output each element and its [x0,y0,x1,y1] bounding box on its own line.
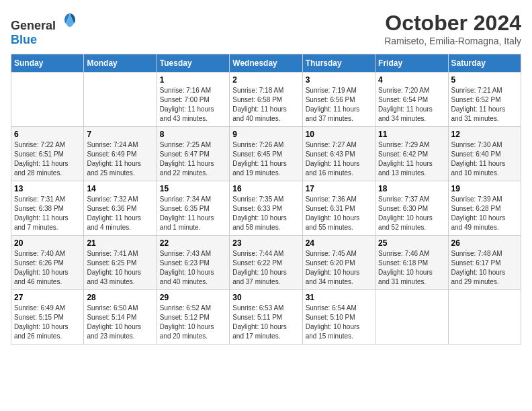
sunset-text: Sunset: 6:26 PM [14,259,64,267]
calendar-cell: 7 Sunrise: 7:24 AM Sunset: 6:49 PM Dayli… [84,127,157,181]
sunrise-text: Sunrise: 7:21 AM [451,87,502,94]
daylight-text: Daylight: 10 hours and 34 minutes. [306,269,360,285]
sunset-text: Sunset: 6:42 PM [378,150,428,158]
weekday-header: Saturday [448,54,521,73]
calendar-cell: 23 Sunrise: 7:44 AM Sunset: 6:22 PM Dayl… [230,236,302,290]
day-number: 28 [87,293,153,302]
calendar-cell: 19 Sunrise: 7:39 AM Sunset: 6:28 PM Dayl… [448,181,521,236]
day-number: 2 [232,75,299,85]
location-title: Ramiseto, Emilia-Romagna, Italy [384,36,521,46]
sunrise-text: Sunrise: 7:25 AM [160,141,211,148]
daylight-text: Daylight: 10 hours and 23 minutes. [87,323,141,340]
daylight-text: Daylight: 10 hours and 31 minutes. [378,269,433,285]
calendar-cell: 31 Sunrise: 6:54 AM Sunset: 5:10 PM Dayl… [302,290,375,345]
day-number: 9 [232,130,299,139]
sunset-text: Sunset: 6:18 PM [378,259,428,267]
sunrise-text: Sunrise: 7:44 AM [232,250,283,257]
logo-icon [60,11,79,30]
calendar-cell: 4 Sunrise: 7:20 AM Sunset: 6:54 PM Dayli… [375,73,448,127]
sunset-text: Sunset: 6:47 PM [160,150,210,158]
calendar-cell: 29 Sunrise: 6:52 AM Sunset: 5:12 PM Dayl… [157,290,229,345]
sunrise-text: Sunrise: 7:30 AM [451,141,502,148]
daylight-text: Daylight: 10 hours and 52 minutes. [378,214,433,231]
day-info: Sunrise: 6:50 AM Sunset: 5:14 PM Dayligh… [87,304,153,341]
sunset-text: Sunset: 6:56 PM [306,96,355,103]
sunrise-text: Sunrise: 7:34 AM [160,195,211,203]
sunset-text: Sunset: 6:36 PM [87,205,136,212]
calendar-cell: 3 Sunrise: 7:19 AM Sunset: 6:56 PM Dayli… [302,73,375,127]
sunset-text: Sunset: 6:20 PM [306,259,355,267]
daylight-text: Daylight: 10 hours and 29 minutes. [451,269,506,285]
calendar-week-row: 1 Sunrise: 7:16 AM Sunset: 7:00 PM Dayli… [11,73,521,127]
daylight-text: Daylight: 11 hours and 7 minutes. [14,214,69,231]
daylight-text: Daylight: 10 hours and 17 minutes. [232,323,287,340]
daylight-text: Daylight: 10 hours and 15 minutes. [306,323,360,340]
sunset-text: Sunset: 5:10 PM [306,314,355,321]
sunrise-text: Sunrise: 7:43 AM [160,250,211,257]
sunrise-text: Sunrise: 6:54 AM [306,304,357,312]
sunset-text: Sunset: 6:25 PM [87,259,136,267]
weekday-header: Thursday [302,54,375,73]
calendar-cell: 1 Sunrise: 7:16 AM Sunset: 7:00 PM Dayli… [157,73,229,127]
daylight-text: Daylight: 11 hours and 43 minutes. [160,105,214,122]
calendar-cell: 12 Sunrise: 7:30 AM Sunset: 6:40 PM Dayl… [448,127,521,181]
day-number: 18 [378,184,445,193]
sunset-text: Sunset: 6:45 PM [232,150,282,158]
daylight-text: Daylight: 10 hours and 37 minutes. [232,269,287,285]
day-info: Sunrise: 6:53 AM Sunset: 5:11 PM Dayligh… [232,304,299,341]
sunset-text: Sunset: 6:23 PM [160,259,210,267]
calendar-cell: 30 Sunrise: 6:53 AM Sunset: 5:11 PM Dayl… [230,290,302,345]
day-info: Sunrise: 7:48 AM Sunset: 6:17 PM Dayligh… [451,249,518,287]
calendar-cell: 6 Sunrise: 7:22 AM Sunset: 6:51 PM Dayli… [11,127,84,181]
daylight-text: Daylight: 11 hours and 22 minutes. [160,160,214,177]
daylight-text: Daylight: 11 hours and 19 minutes. [232,160,287,177]
day-number: 21 [87,238,153,248]
sunrise-text: Sunrise: 7:48 AM [451,250,502,257]
day-number: 8 [160,130,226,139]
day-number: 13 [14,184,81,193]
sunrise-text: Sunrise: 7:18 AM [232,87,283,94]
day-info: Sunrise: 6:54 AM Sunset: 5:10 PM Dayligh… [306,304,372,341]
weekday-header: Friday [375,54,448,73]
day-number: 14 [87,184,153,193]
sunrise-text: Sunrise: 6:49 AM [14,304,65,312]
daylight-text: Daylight: 11 hours and 31 minutes. [451,105,506,122]
sunrise-text: Sunrise: 7:22 AM [14,141,65,148]
calendar-cell: 10 Sunrise: 7:27 AM Sunset: 6:43 PM Dayl… [302,127,375,181]
calendar-table: SundayMondayTuesdayWednesdayThursdayFrid… [11,54,521,345]
sunrise-text: Sunrise: 7:35 AM [232,195,283,203]
day-number: 4 [378,75,445,85]
day-info: Sunrise: 7:19 AM Sunset: 6:56 PM Dayligh… [306,86,372,124]
day-number: 6 [14,130,81,139]
daylight-text: Daylight: 11 hours and 4 minutes. [87,214,141,231]
day-number: 7 [87,130,153,139]
daylight-text: Daylight: 10 hours and 20 minutes. [160,323,214,340]
day-number: 29 [160,293,226,302]
sunset-text: Sunset: 5:14 PM [87,314,136,321]
sunrise-text: Sunrise: 7:31 AM [14,195,65,203]
day-number: 20 [14,238,81,248]
day-number: 23 [232,238,299,248]
daylight-text: Daylight: 11 hours and 1 minute. [160,214,214,231]
sunset-text: Sunset: 6:43 PM [306,150,355,158]
daylight-text: Daylight: 11 hours and 37 minutes. [306,105,360,122]
day-number: 31 [306,293,372,302]
day-number: 22 [160,238,226,248]
calendar-cell [11,73,84,127]
daylight-text: Daylight: 10 hours and 43 minutes. [87,269,141,285]
sunrise-text: Sunrise: 7:19 AM [306,87,357,94]
daylight-text: Daylight: 10 hours and 49 minutes. [451,214,506,231]
day-info: Sunrise: 7:22 AM Sunset: 6:51 PM Dayligh… [14,140,81,178]
logo-text-general: General [11,19,56,32]
day-number: 30 [232,293,299,302]
daylight-text: Daylight: 11 hours and 40 minutes. [232,105,287,122]
day-number: 25 [378,238,445,248]
calendar-cell: 16 Sunrise: 7:35 AM Sunset: 6:33 PM Dayl… [230,181,302,236]
day-number: 15 [160,184,226,193]
day-info: Sunrise: 7:43 AM Sunset: 6:23 PM Dayligh… [160,249,226,287]
day-number: 1 [160,75,226,85]
sunset-text: Sunset: 6:58 PM [232,96,282,103]
day-number: 24 [306,238,372,248]
calendar-week-row: 6 Sunrise: 7:22 AM Sunset: 6:51 PM Dayli… [11,127,521,181]
day-info: Sunrise: 7:20 AM Sunset: 6:54 PM Dayligh… [378,86,445,124]
